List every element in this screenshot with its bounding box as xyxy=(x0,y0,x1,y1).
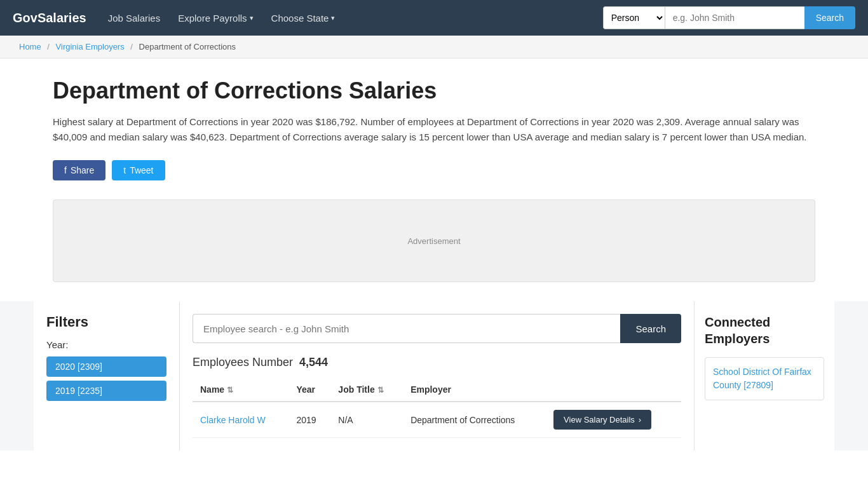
row-action: View Salary Details › xyxy=(546,402,681,438)
sort-title-icon: ⇅ xyxy=(377,386,384,395)
page-description: Highest salary at Department of Correcti… xyxy=(53,114,815,145)
row-employer: Department of Corrections xyxy=(403,402,546,438)
search-type-select[interactable]: Person Employer xyxy=(603,6,665,29)
breadcrumb-home[interactable]: Home xyxy=(19,42,41,51)
navbar-search-input[interactable] xyxy=(665,6,804,29)
social-buttons: f Share t Tweet xyxy=(53,160,815,180)
connected-employers-title: Connected Employers xyxy=(705,314,824,347)
chevron-down-icon: ▾ xyxy=(331,14,335,22)
tweet-button[interactable]: t Tweet xyxy=(112,160,165,180)
main-content: Department of Corrections Salaries Highe… xyxy=(34,58,834,282)
advertisement-label: Advertisement xyxy=(407,236,460,246)
row-job-title: N/A xyxy=(330,402,403,438)
employee-search-form: Search xyxy=(193,314,681,343)
employees-number-label: Employees Number xyxy=(193,356,293,369)
bottom-section: Filters Year: 2020 [2309] 2019 [2235] Se… xyxy=(0,301,868,451)
employer-count: [27809] xyxy=(743,380,773,390)
navbar-search-form: Person Employer Search xyxy=(603,6,855,29)
employer-card: School District Of Fairfax County [27809… xyxy=(705,357,824,400)
employee-search-input[interactable] xyxy=(193,314,620,343)
breadcrumb-sep-2: / xyxy=(130,42,133,51)
facebook-icon: f xyxy=(64,165,67,175)
col-job-title[interactable]: Job Title ⇅ xyxy=(330,378,403,402)
share-button[interactable]: f Share xyxy=(53,160,105,180)
filters-year-label: Year: xyxy=(46,339,166,350)
breadcrumb-current: Department of Corrections xyxy=(139,42,236,51)
breadcrumb-sep-1: / xyxy=(47,42,50,51)
nav-choose-state[interactable]: Choose State ▾ xyxy=(269,8,338,29)
nav-explore-payrolls[interactable]: Explore Payrolls ▾ xyxy=(175,8,255,29)
row-name: Clarke Harold W xyxy=(193,402,288,438)
employees-number: Employees Number 4,544 xyxy=(193,356,681,369)
employees-count: 4,544 xyxy=(299,356,328,369)
employee-name-link[interactable]: Clarke Harold W xyxy=(200,415,266,425)
salary-table: Name ⇅ Year Job Title ⇅ Employer xyxy=(193,378,681,438)
view-salary-button[interactable]: View Salary Details › xyxy=(553,410,651,430)
navbar: GovSalaries Job Salaries Explore Payroll… xyxy=(0,0,868,36)
employee-search-button[interactable]: Search xyxy=(620,314,681,343)
page-title: Department of Corrections Salaries xyxy=(53,78,815,104)
table-area: Search Employees Number 4,544 Name ⇅ Yea… xyxy=(180,301,695,451)
col-action xyxy=(546,378,681,402)
nav-job-salaries[interactable]: Job Salaries xyxy=(105,8,163,29)
table-row: Clarke Harold W 2019 N/A Department of C… xyxy=(193,402,681,438)
sort-name-icon: ⇅ xyxy=(227,386,233,395)
connected-employers-sidebar: Connected Employers School District Of F… xyxy=(695,301,834,451)
employer-link[interactable]: School District Of Fairfax County [27809… xyxy=(713,367,811,390)
breadcrumb: Home / Virginia Employers / Department o… xyxy=(0,36,868,58)
navbar-brand[interactable]: GovSalaries xyxy=(13,11,86,25)
breadcrumb-virginia-employers[interactable]: Virginia Employers xyxy=(56,42,125,51)
row-year: 2019 xyxy=(288,402,330,438)
advertisement-box: Advertisement xyxy=(53,200,815,282)
col-name[interactable]: Name ⇅ xyxy=(193,378,288,402)
col-year: Year xyxy=(288,378,330,402)
navbar-search-button[interactable]: Search xyxy=(804,6,855,29)
col-employer: Employer xyxy=(403,378,546,402)
filter-year-2019[interactable]: 2019 [2235] xyxy=(46,381,166,401)
filter-year-2020[interactable]: 2020 [2309] xyxy=(46,356,166,377)
twitter-icon: t xyxy=(123,165,126,175)
chevron-down-icon: ▾ xyxy=(250,14,254,22)
chevron-right-icon: › xyxy=(639,415,641,424)
filters-title: Filters xyxy=(46,314,166,330)
filters-sidebar: Filters Year: 2020 [2309] 2019 [2235] xyxy=(34,301,180,451)
